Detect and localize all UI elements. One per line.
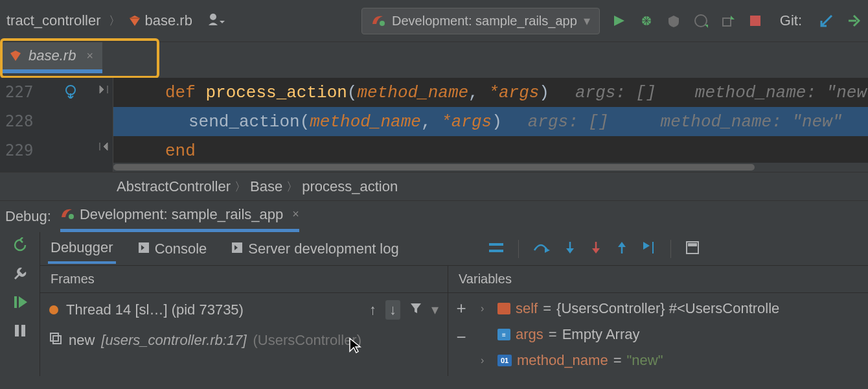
svg-rect-20 <box>489 243 503 246</box>
svg-rect-12 <box>14 296 17 308</box>
filter-icon[interactable] <box>409 301 422 318</box>
evaluate-icon[interactable] <box>685 241 700 257</box>
divider <box>518 240 519 258</box>
line-number: 227 <box>5 83 33 101</box>
step-over-icon[interactable] <box>533 241 550 257</box>
session-label: Development: sample_rails_app <box>80 206 283 223</box>
arrow-up-icon[interactable]: ↑ <box>369 301 376 318</box>
force-step-into-icon[interactable] <box>590 241 602 257</box>
code-line: def process_action(method_name, *args)ar… <box>113 78 868 107</box>
breadcrumb-item[interactable]: tract_controller <box>6 12 101 29</box>
svg-rect-31 <box>53 336 61 344</box>
step-into-icon[interactable] <box>564 241 576 257</box>
editor-tab[interactable]: base.rb × <box>0 42 102 73</box>
svg-marker-3 <box>614 16 624 26</box>
breadcrumb-item[interactable]: Base <box>250 178 282 195</box>
svg-rect-30 <box>51 333 58 341</box>
users-icon[interactable] <box>208 12 225 29</box>
breadcrumb-item[interactable]: process_action <box>302 178 398 195</box>
close-icon[interactable]: × <box>86 49 93 63</box>
svg-marker-23 <box>566 248 574 253</box>
variables-panel: Variables + − › self = { <box>448 266 868 376</box>
svg-point-2 <box>380 21 385 26</box>
line-number: 228 <box>5 112 33 130</box>
scrollbar-thumb[interactable] <box>113 164 755 171</box>
step-out-icon[interactable] <box>616 241 628 257</box>
pause-icon[interactable] <box>11 322 29 340</box>
horizontal-scrollbar[interactable] <box>113 163 868 172</box>
debug-label: Debug: <box>5 208 51 225</box>
vcs-update-icon[interactable] <box>819 13 834 29</box>
svg-rect-7 <box>723 18 731 26</box>
remove-watch-icon[interactable]: − <box>456 327 466 348</box>
run-config-label: Development: sample_rails_app <box>392 14 577 29</box>
chevron-down-icon: ▾ <box>584 13 590 29</box>
thread-selector[interactable]: Thread 14 [sl…] (pid 73735) ↑ ↓ ▾ <box>40 293 448 327</box>
wrench-icon[interactable] <box>11 265 29 283</box>
debug-icon[interactable] <box>639 13 654 29</box>
ruby-file-icon <box>128 14 141 27</box>
run-icon[interactable] <box>611 13 627 29</box>
ruby-file-icon <box>9 49 22 62</box>
debug-tabs: Debugger Console Server development log <box>40 232 868 266</box>
top-breadcrumb[interactable]: tract_controller 〉 base.rb <box>6 12 192 29</box>
toolbar-actions: Git: <box>611 12 862 29</box>
fold-end-icon[interactable] <box>98 141 109 154</box>
code-line: end <box>113 136 868 165</box>
gutter: 227 228 229 <box>0 78 113 172</box>
debug-step-controls <box>488 240 700 258</box>
show-execution-icon[interactable] <box>488 242 504 256</box>
rerun-icon[interactable] <box>11 236 29 254</box>
editor-breadcrumb[interactable]: AbstractController 〉 Base 〉 process_acti… <box>0 172 868 201</box>
svg-rect-21 <box>489 250 503 252</box>
tab-server-log[interactable]: Server development log <box>229 235 401 263</box>
breadcrumb-item[interactable]: AbstractController <box>117 178 231 195</box>
chevron-right-icon: 〉 <box>234 179 246 194</box>
svg-rect-15 <box>21 325 25 336</box>
editor-tabs: base.rb × <box>0 42 868 78</box>
line-number: 229 <box>5 141 33 159</box>
svg-rect-27 <box>652 242 654 253</box>
resume-icon[interactable] <box>11 293 29 311</box>
top-toolbar: tract_controller 〉 base.rb Development: … <box>0 0 868 42</box>
run-to-cursor-icon[interactable] <box>642 241 656 257</box>
array-icon: ≡ <box>497 329 510 340</box>
debug-sidebar <box>0 232 40 376</box>
arrow-down-icon[interactable]: ↓ <box>385 300 400 320</box>
svg-marker-24 <box>592 248 600 253</box>
chevron-down-icon[interactable]: ▾ <box>431 301 439 318</box>
stack-icon <box>49 332 62 349</box>
frames-panel: Frames Thread 14 [sl…] (pid 73735) ↑ ↓ ▾ <box>40 266 448 376</box>
coverage-icon[interactable] <box>666 13 681 29</box>
run-config-dropdown[interactable]: Development: sample_rails_app ▾ <box>361 8 600 34</box>
primitive-icon: 01 <box>497 355 512 366</box>
expand-icon[interactable]: › <box>481 355 492 366</box>
frame-row[interactable]: new [users_controller.rb:17] (UsersContr… <box>40 327 448 354</box>
svg-marker-22 <box>545 248 550 253</box>
add-watch-icon[interactable]: + <box>456 298 466 318</box>
console-icon <box>138 241 150 257</box>
tab-console[interactable]: Console <box>135 235 210 263</box>
variable-row[interactable]: › 01 method_name = "new" <box>481 348 862 373</box>
frames-title: Frames <box>40 266 448 293</box>
svg-point-10 <box>66 86 75 95</box>
close-icon[interactable]: × <box>292 207 299 221</box>
fold-icon[interactable] <box>98 84 109 97</box>
debug-body: Frames Thread 14 [sl…] (pid 73735) ↑ ↓ ▾ <box>40 266 868 376</box>
variable-row[interactable]: › self = {UsersController} #<UsersContro… <box>481 296 862 322</box>
debug-session-tab[interactable]: Development: sample_rails_app × <box>60 201 299 232</box>
vcs-commit-icon[interactable] <box>846 13 862 29</box>
profile-icon[interactable] <box>693 13 709 29</box>
breadcrumb-item[interactable]: base.rb <box>145 12 192 29</box>
stop-icon[interactable] <box>748 13 763 29</box>
variable-row[interactable]: ≡ args = Empty Array <box>481 322 862 348</box>
expand-icon[interactable]: › <box>481 303 492 314</box>
editor[interactable]: 227 228 229 def process_action(method_na… <box>0 78 868 172</box>
tab-debugger[interactable]: Debugger <box>48 234 116 264</box>
attach-icon[interactable] <box>720 13 736 29</box>
svg-point-0 <box>210 14 216 20</box>
svg-marker-8 <box>731 16 735 19</box>
log-icon <box>231 241 243 257</box>
run-to-cursor-icon[interactable] <box>63 84 78 101</box>
object-icon <box>497 303 510 314</box>
